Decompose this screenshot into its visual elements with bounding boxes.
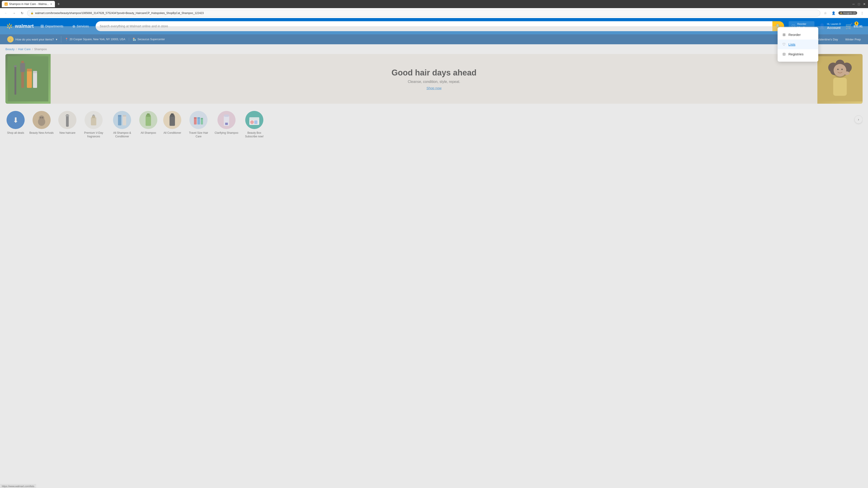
hero-right-image xyxy=(817,54,863,104)
store-section[interactable]: 🏪 Secaucus Supercenter xyxy=(129,38,168,41)
svg-rect-72 xyxy=(254,121,257,124)
sub-nav: ↓ How do you want your items? ▾ 📍 20 Coo… xyxy=(0,34,868,44)
dropdown-registries-item[interactable]: ⊟ Registries xyxy=(778,49,818,59)
delivery-text: How do you want your items? xyxy=(16,38,54,41)
back-button[interactable]: ← xyxy=(3,10,9,16)
category-label-travel: Travel Size Hair Care xyxy=(186,131,211,138)
svg-point-35 xyxy=(40,117,41,119)
account-icon: 👤 xyxy=(819,23,825,29)
account-text: Hi, Lauren D Account xyxy=(827,23,841,30)
scroll-right-button[interactable]: › xyxy=(855,116,863,124)
cart-button[interactable]: 3 🛒 $32.91 xyxy=(845,23,863,30)
category-beauty-new-arrivals[interactable]: Beauty New Arrivals xyxy=(29,111,54,135)
store-icon: 🏪 xyxy=(133,38,136,41)
breadcrumb-sep-1: / xyxy=(16,47,17,51)
nav-right-icons: ☆ 👤 🕵 Incognito (2) ⋮ xyxy=(822,10,865,16)
category-shop-all-deals[interactable]: ⬇ Shop all deals xyxy=(5,111,26,135)
active-tab[interactable]: W Shampoo in Hair Care - Walma... ✕ xyxy=(2,1,55,7)
delivery-icon: ↓ xyxy=(7,36,13,42)
registries-icon: ⊟ xyxy=(782,52,786,56)
svg-rect-67 xyxy=(225,123,228,125)
svg-rect-58 xyxy=(194,118,197,125)
services-button[interactable]: ⊕ Services xyxy=(70,23,91,30)
incognito-badge[interactable]: 🕵 Incognito (2) xyxy=(838,11,857,15)
tab-title: Shampoo in Hair Care - Walma... xyxy=(9,2,49,6)
category-label-beauty: Beauty New Arrivals xyxy=(29,131,54,135)
bookmark-button[interactable]: ☆ xyxy=(822,10,829,16)
profile-button[interactable]: 👤 xyxy=(830,10,837,16)
valentines-link[interactable]: Valentine's Day xyxy=(814,34,842,44)
reorder-dropdown-menu: ⊞ Reorder ♡ Lists ⊟ Registries xyxy=(778,27,818,62)
window-controls: ─ □ ✕ xyxy=(852,2,866,6)
dropdown-reorder-item[interactable]: ⊞ Reorder xyxy=(778,30,818,39)
account-label: Account xyxy=(827,26,841,30)
winter-prep-link[interactable]: Winter Prep xyxy=(842,34,864,44)
reload-button[interactable]: ↻ xyxy=(19,10,25,16)
svg-rect-56 xyxy=(171,113,174,115)
breadcrumb-haircare-link[interactable]: Hair Care xyxy=(18,47,31,51)
maximize-button[interactable]: □ xyxy=(857,2,861,6)
address-text: 20 Cooper Square, New York, NY 10003, US… xyxy=(70,38,125,41)
category-icon-shampoo xyxy=(139,111,157,129)
reorder-label: Reorder xyxy=(797,23,812,26)
hero-shop-link[interactable]: Shop now xyxy=(427,86,442,90)
category-travel-size[interactable]: Travel Size Hair Care xyxy=(186,111,211,138)
dropdown-registries-label: Registries xyxy=(788,52,804,56)
svg-rect-48 xyxy=(123,115,126,117)
category-new-haircare[interactable]: New haircare xyxy=(57,111,78,135)
address-section[interactable]: 📍 20 Cooper Square, New York, NY 10003, … xyxy=(61,38,129,41)
new-tab-button[interactable]: + xyxy=(56,1,61,7)
incognito-label: Incognito (2) xyxy=(843,12,856,14)
svg-point-27 xyxy=(841,69,843,70)
dropdown-reorder-label: Reorder xyxy=(788,33,801,37)
search-input[interactable] xyxy=(96,21,772,31)
lock-icon: 🔒 xyxy=(31,11,34,14)
categories-section: ⬇ Shop all deals Beauty New Arrivals xyxy=(0,104,868,143)
dropdown-lists-label: Lists xyxy=(788,42,796,46)
hero-title: Good hair days ahead xyxy=(392,68,476,77)
category-vday-fragrances[interactable]: Premium V-Day fragrances xyxy=(81,111,106,138)
svg-rect-50 xyxy=(146,116,151,126)
hero-left-image xyxy=(5,54,51,104)
departments-button[interactable]: ⊞ Departments xyxy=(38,22,66,30)
svg-rect-39 xyxy=(66,115,69,116)
svg-point-71 xyxy=(250,121,254,124)
dropdown-lists-item[interactable]: ♡ Lists xyxy=(778,39,818,49)
close-button[interactable]: ✕ xyxy=(863,2,866,6)
url-text: walmart.com/browse/beauty/shampoo/108566… xyxy=(35,11,817,15)
svg-rect-28 xyxy=(833,78,847,96)
tab-close-button[interactable]: ✕ xyxy=(50,3,52,6)
category-icon-travel xyxy=(189,111,208,129)
delivery-method-button[interactable]: ↓ How do you want your items? ▾ xyxy=(4,36,61,42)
category-icon-shampoo-conditioner xyxy=(113,111,131,129)
category-all-conditioner[interactable]: All Conditioner xyxy=(162,111,182,135)
breadcrumb: Beauty / Hair Care / Shampoo xyxy=(0,44,868,54)
svg-point-25 xyxy=(834,64,846,76)
forward-button[interactable]: → xyxy=(11,10,17,16)
cart-badge: 3 xyxy=(855,22,859,26)
category-icon-beauty-box xyxy=(245,111,264,129)
svg-rect-63 xyxy=(201,118,203,119)
minimize-button[interactable]: ─ xyxy=(852,2,855,6)
category-all-shampoo[interactable]: All Shampoo xyxy=(138,111,158,135)
category-all-shampoo-conditioner[interactable]: All Shampoo & Conditioner xyxy=(110,111,134,138)
category-beauty-box[interactable]: Beauty Box Subscribe now! xyxy=(242,111,267,138)
services-label: Services xyxy=(76,24,89,28)
svg-rect-60 xyxy=(197,118,200,125)
category-label-shampoo-conditioner: All Shampoo & Conditioner xyxy=(110,131,134,138)
address-bar[interactable]: 🔒 walmart.com/browse/beauty/shampoo/1085… xyxy=(27,10,820,17)
category-icon-conditioner xyxy=(163,111,181,129)
breadcrumb-sep-2: / xyxy=(32,47,33,51)
chevron-right-icon: › xyxy=(858,118,859,122)
account-button[interactable]: 👤 Hi, Lauren D Account xyxy=(819,23,841,30)
extensions-button[interactable]: ⋮ xyxy=(859,10,865,16)
category-clarifying-shampoo[interactable]: Clarifying Shampoo xyxy=(215,111,238,135)
svg-text:W: W xyxy=(5,3,7,5)
category-label-beauty-box: Beauty Box Subscribe now! xyxy=(242,131,267,138)
breadcrumb-beauty-link[interactable]: Beauty xyxy=(5,47,14,51)
svg-rect-62 xyxy=(201,119,203,125)
category-label-fragrances: Premium V-Day fragrances xyxy=(81,131,106,138)
svg-rect-47 xyxy=(123,116,126,125)
search-bar: 🔍 xyxy=(96,21,784,31)
walmart-logo[interactable]: walmart xyxy=(5,22,34,30)
